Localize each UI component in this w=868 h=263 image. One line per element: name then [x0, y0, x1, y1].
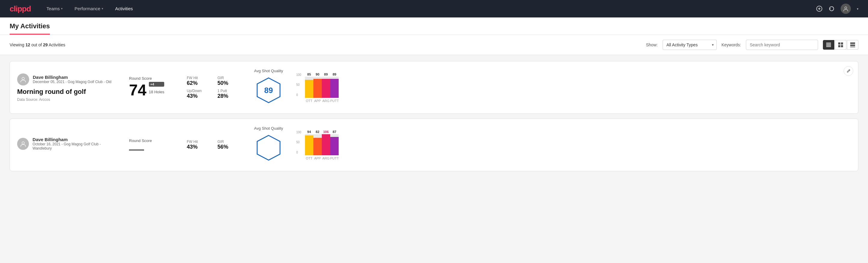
page-title: My Activities	[10, 22, 50, 35]
bar-ott-fill	[305, 80, 313, 98]
y-label-100-2: 100	[296, 130, 301, 134]
bar-app-label: APP	[314, 99, 321, 103]
bar2-arg: 106 ARG	[322, 130, 330, 160]
toolbar: Viewing 12 out of 29 Activities Show: Al…	[0, 35, 868, 55]
chart-section: 100 50 0 85 OTT 90	[296, 72, 851, 103]
user-name: Dave Billingham	[33, 75, 111, 80]
round-score-label: Round Score	[129, 76, 177, 81]
activity-card: Dave Billingham December 05, 2021 - Gog …	[10, 61, 858, 114]
stat-gir-value-2: 56%	[217, 144, 241, 150]
nav-item-teams[interactable]: Teams ▾	[45, 1, 64, 17]
card-user-info-2: Dave Billingham October 16, 2021 - Gog M…	[17, 137, 119, 153]
score-display: 74 +4 18 Holes	[129, 82, 177, 98]
bar2-ott-track	[305, 134, 313, 155]
nav-teams-chevron: ▾	[61, 7, 63, 10]
activity-type-select-wrapper: All Activity Types ▾	[662, 40, 717, 50]
user-name-2: Dave Billingham	[32, 137, 119, 142]
add-icon[interactable]	[816, 5, 823, 12]
data-source: Data Source: Arccos	[17, 97, 119, 102]
stat-gir-value: 50%	[217, 80, 241, 86]
hex-value: 89	[265, 86, 273, 95]
score-number: 74	[129, 82, 147, 98]
edit-button[interactable]	[844, 66, 853, 76]
bar2-arg-track	[322, 134, 330, 155]
user-row-2: Dave Billingham October 16, 2021 - Gog M…	[17, 137, 119, 150]
stat-updown-value: 43%	[187, 93, 210, 99]
bar-arg-fill	[322, 79, 330, 97]
round-score-label-2: Round Score	[129, 139, 177, 143]
svg-point-18	[22, 142, 24, 144]
bar-putt: 89 PUTT	[330, 72, 339, 103]
chart-section-2: 100 50 0 94 OTT 82	[296, 130, 851, 160]
stats-section-2: FW Hit 43% GIR 56%	[187, 140, 241, 150]
bar-app-track	[313, 77, 322, 98]
svg-rect-6	[826, 45, 831, 46]
stat-fw-hit-label: FW Hit	[187, 76, 210, 80]
activity-title: Morning round of golf	[17, 88, 119, 96]
bar-ott-value: 85	[307, 72, 311, 76]
y-label-0: 0	[296, 93, 301, 96]
avg-shot-quality-label-2: Avg Shot Quality	[254, 126, 283, 130]
user-chevron: ▾	[857, 7, 858, 10]
svg-rect-4	[826, 43, 831, 43]
bar-arg-track	[322, 77, 330, 98]
hexagon: 89	[255, 77, 282, 104]
view-list-detail-button[interactable]	[847, 40, 858, 50]
bar-chart-2: 94 OTT 82 APP 106	[303, 130, 341, 160]
stat-updown: Up/Down 43%	[187, 89, 210, 99]
stats-section: FW Hit 62% GIR 50% Up/Down 43% 1 Putt 28…	[187, 76, 241, 99]
svg-rect-8	[838, 42, 840, 45]
y-label-0-2: 0	[296, 151, 301, 154]
stats-grid-2: FW Hit 43% GIR 56%	[187, 140, 241, 150]
nav-item-activities[interactable]: Activities	[114, 1, 134, 17]
score-holes: 18 Holes	[149, 90, 164, 94]
nav-item-performance[interactable]: Performance ▾	[73, 1, 104, 17]
bar2-arg-fill	[322, 134, 330, 155]
user-avatar-icon-2	[17, 138, 29, 150]
chart-y-labels-2: 100 50 0	[296, 130, 301, 154]
stat-1putt-value: 28%	[217, 93, 241, 99]
viewing-total: 29	[43, 42, 48, 47]
bar-app: 90 APP	[313, 72, 322, 103]
page-header: My Activities	[0, 18, 868, 35]
avg-shot-quality-label: Avg Shot Quality	[254, 68, 283, 73]
bar2-putt: 87 PUTT	[330, 130, 339, 160]
score-line	[129, 150, 144, 150]
stat-fw-hit-2: FW Hit 43%	[187, 140, 210, 150]
bar2-arg-value: 106	[323, 130, 329, 134]
svg-point-3	[845, 7, 847, 9]
nav-performance-chevron: ▾	[102, 7, 103, 10]
bar2-app-value: 82	[316, 130, 319, 134]
view-grid-button[interactable]	[835, 40, 846, 50]
user-details-2: Dave Billingham October 16, 2021 - Gog M…	[32, 137, 119, 150]
score-section-2: Round Score	[129, 139, 177, 152]
svg-rect-10	[838, 45, 840, 47]
refresh-icon[interactable]	[829, 6, 835, 12]
bar-putt-track	[330, 77, 339, 98]
activities-list: Dave Billingham December 05, 2021 - Gog …	[0, 55, 868, 182]
bar-ott: 85 OTT	[305, 72, 313, 103]
chart-y-labels: 100 50 0	[296, 72, 301, 96]
nav-icons: ▾	[816, 4, 858, 14]
svg-rect-5	[826, 44, 831, 45]
bar2-app: 82 APP	[313, 130, 322, 160]
view-list-compact-button[interactable]	[823, 40, 834, 50]
svg-line-15	[849, 70, 850, 71]
stats-grid: FW Hit 62% GIR 50% Up/Down 43% 1 Putt 28…	[187, 76, 241, 99]
search-input[interactable]	[746, 40, 818, 50]
bar-ott-track	[305, 77, 313, 98]
user-date: December 05, 2021 - Gog Magog Golf Club …	[33, 80, 111, 84]
stat-gir: GIR 50%	[217, 76, 241, 86]
user-avatar[interactable]	[841, 4, 851, 14]
stat-1putt: 1 Putt 28%	[217, 89, 241, 99]
user-date-2: October 16, 2021 - Gog Magog Golf Club -…	[32, 142, 119, 150]
bar-arg: 89 ARG	[322, 72, 330, 103]
bar2-putt-fill	[330, 137, 339, 155]
bar2-arg-label: ARG	[322, 156, 330, 160]
activity-type-select[interactable]: All Activity Types	[662, 40, 717, 50]
stat-gir-2: GIR 56%	[217, 140, 241, 150]
viewing-label: Activities	[48, 42, 65, 47]
show-label: Show:	[646, 42, 658, 47]
stat-fw-hit-value-2: 43%	[187, 144, 210, 150]
viewing-prefix: Viewing	[10, 42, 26, 47]
